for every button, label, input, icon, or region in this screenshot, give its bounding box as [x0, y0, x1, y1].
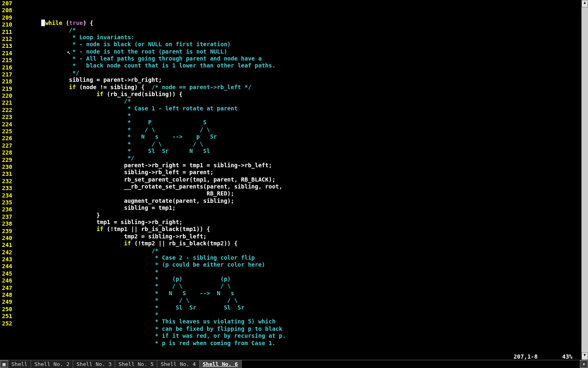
code-line[interactable]: sibling->rb_left = parent; — [14, 169, 581, 176]
line-number: 223 — [0, 114, 14, 121]
line-number: 215 — [0, 57, 14, 64]
line-number: 210 — [0, 21, 14, 28]
code-line[interactable]: * Case 1 - left rotate at parent — [14, 105, 581, 112]
line-number: 238 — [0, 220, 14, 227]
code-line[interactable]: * (p could be either color here) — [14, 261, 581, 268]
code-area[interactable]: ↖ while (true) { /* * Loop invariants: *… — [14, 0, 581, 360]
line-number: 209 — [0, 14, 14, 21]
line-number: 249 — [0, 298, 14, 305]
code-line[interactable]: * Sl Sr N Sl — [14, 148, 581, 155]
code-line[interactable]: sibling = tmp1; — [14, 204, 581, 211]
code-line[interactable]: * / \ / \ — [14, 283, 581, 289]
line-number: 244 — [0, 263, 14, 270]
line-number: 208 — [0, 7, 14, 14]
line-number: 224 — [0, 121, 14, 128]
line-number: 246 — [0, 277, 14, 284]
vertical-scrollbar[interactable]: ▲ ▼ — [581, 0, 588, 360]
terminal-tab[interactable]: Shell No. 2 — [31, 360, 73, 368]
code-line[interactable]: while (true) { — [14, 20, 581, 27]
code-line[interactable]: * — [14, 311, 581, 318]
code-line[interactable]: } — [14, 212, 581, 219]
line-number: 228 — [0, 149, 14, 156]
line-number: 211 — [0, 29, 14, 36]
scroll-percent: 43% — [562, 353, 572, 360]
code-line[interactable]: /* — [14, 98, 581, 105]
line-number: 230 — [0, 164, 14, 171]
code-line[interactable]: * / \ / \ — [14, 126, 581, 133]
code-line[interactable]: * - node is black (or NULL on first iter… — [14, 41, 581, 48]
code-line[interactable]: /* — [14, 27, 581, 34]
line-number: 216 — [0, 64, 14, 71]
code-line[interactable]: * / \ / \ — [14, 297, 581, 304]
terminal-tab-bar: ▣ ShellShell No. 2Shell No. 3Shell No. 5… — [0, 360, 588, 368]
code-line[interactable]: RB_RED); — [14, 190, 581, 197]
code-line[interactable]: * / \ / \ — [14, 141, 581, 148]
code-line[interactable]: * Case 2 - sibling color flip — [14, 254, 581, 261]
code-line[interactable]: if (!tmp2 || rb_is_black(tmp2)) { — [14, 240, 581, 247]
code-line[interactable]: */ — [14, 155, 581, 162]
code-line[interactable]: augment_rotate(parent, sibling); — [14, 197, 581, 204]
line-number: 248 — [0, 292, 14, 298]
scrollbar-track[interactable] — [581, 7, 588, 352]
code-line[interactable]: if (node != sibling) { /* node == parent… — [14, 84, 581, 91]
code-line[interactable]: * Sl Sr Sl Sr — [14, 304, 581, 311]
line-number: 221 — [0, 99, 14, 106]
terminal-tab[interactable]: Shell No. 4 — [157, 360, 199, 368]
line-number: 213 — [0, 43, 14, 49]
code-line[interactable]: rb_set_parent_color(tmp1, parent, RB_BLA… — [14, 176, 581, 183]
line-number: 250 — [0, 306, 14, 313]
code-line[interactable]: * N s --> p Sr — [14, 133, 581, 140]
code-line[interactable]: * P S — [14, 119, 581, 126]
line-number: 235 — [0, 199, 14, 206]
line-number: 233 — [0, 185, 14, 192]
code-line[interactable]: * black node count that is 1 lower than … — [14, 62, 581, 69]
scroll-down-icon[interactable]: ▼ — [581, 352, 588, 360]
terminal-tab[interactable]: Shell — [8, 360, 31, 368]
line-number: 226 — [0, 135, 14, 142]
tab-menu-button[interactable]: ▾ — [580, 360, 588, 368]
terminal-window: 2072082092102112122132142152162172182192… — [0, 0, 588, 368]
vim-editor[interactable]: 2072082092102112122132142152162172182192… — [0, 0, 588, 360]
line-number: 241 — [0, 242, 14, 249]
code-line[interactable]: if (!tmp1 || rb_is_black(tmp1)) { — [14, 226, 581, 233]
code-line[interactable]: * — [14, 112, 581, 119]
line-number: 225 — [0, 128, 14, 135]
terminal-tab[interactable]: Shell No. 5 — [115, 360, 157, 368]
line-number: 212 — [0, 36, 14, 43]
line-number: 245 — [0, 270, 14, 277]
code-line[interactable]: tmp1 = sibling->rb_right; — [14, 219, 581, 226]
line-number: 243 — [0, 256, 14, 263]
code-line[interactable]: tmp2 = sibling->rb_left; — [14, 233, 581, 240]
code-line[interactable]: * p is red when coming from Case 1. — [14, 340, 581, 347]
cursor-position: 207,1-8 — [514, 353, 538, 360]
code-line[interactable]: * N S --> N s — [14, 290, 581, 297]
code-line[interactable]: __rb_rotate_set_parents(parent, sibling,… — [14, 183, 581, 190]
line-number: 222 — [0, 107, 14, 114]
code-line[interactable]: * if it was red, or by recursing at p. — [14, 332, 581, 339]
line-number: 240 — [0, 235, 14, 242]
code-line[interactable]: * can be fixed by flipping p to black — [14, 325, 581, 332]
line-number: 219 — [0, 85, 14, 92]
code-line[interactable]: /* — [14, 247, 581, 254]
code-line[interactable]: * This leaves us violating 5) which — [14, 318, 581, 325]
code-line[interactable]: * Loop invariants: — [14, 34, 581, 41]
line-number: 252 — [0, 320, 14, 327]
line-number: 231 — [0, 171, 14, 177]
code-line[interactable]: sibling = parent->rb_right; — [14, 76, 581, 83]
line-number: 227 — [0, 142, 14, 149]
code-line[interactable]: */ — [14, 70, 581, 76]
line-number: 217 — [0, 71, 14, 78]
line-number-gutter: 2072082092102112122132142152162172182192… — [0, 0, 14, 360]
code-line[interactable]: * — [14, 269, 581, 276]
code-line[interactable]: * - All leaf paths going through parent … — [14, 55, 581, 62]
code-line[interactable]: if (rb_is_red(sibling)) { — [14, 91, 581, 98]
code-line[interactable]: * - node is not the root (parent is not … — [14, 48, 581, 55]
line-number: 234 — [0, 192, 14, 199]
line-number: 214 — [0, 50, 14, 57]
code-line[interactable]: parent->rb_right = tmp1 = sibling->rb_le… — [14, 162, 581, 169]
terminal-tab[interactable]: Shell No. 6 — [200, 360, 242, 368]
terminal-tab[interactable]: Shell No. 3 — [73, 360, 115, 368]
new-tab-button[interactable]: ▣ — [0, 360, 8, 368]
code-line[interactable]: * (p) (p) — [14, 276, 581, 283]
scroll-up-icon[interactable]: ▲ — [581, 0, 588, 7]
